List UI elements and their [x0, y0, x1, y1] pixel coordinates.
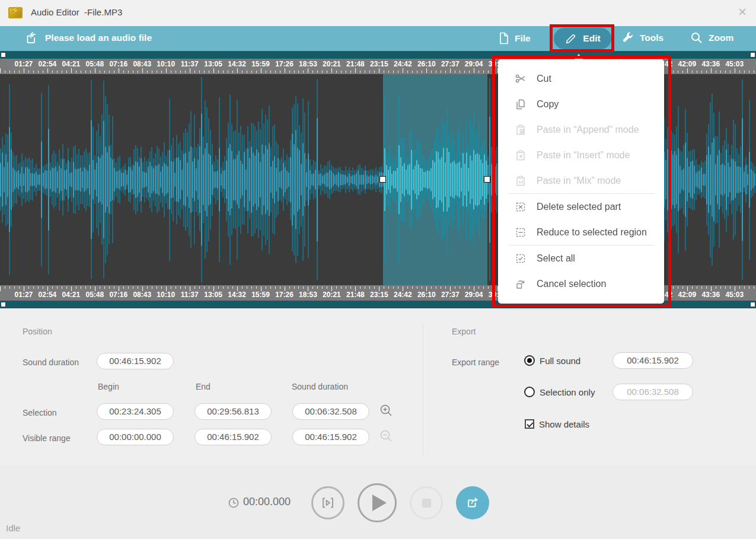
time-label: 23:15: [370, 291, 388, 299]
play-selection-button[interactable]: [311, 486, 344, 519]
position-section-title: Position: [23, 327, 52, 336]
menu-item-label: Reduce to selected region: [537, 227, 647, 238]
time-label: 15:59: [251, 291, 270, 299]
time-label: 17:26: [275, 291, 294, 299]
time-label: 43:36: [701, 60, 720, 68]
visible-range-row-label: Visible range: [23, 433, 71, 443]
show-details-checkbox[interactable]: [525, 419, 534, 429]
close-icon[interactable]: ×: [734, 4, 751, 20]
time-label: 13:05: [204, 60, 222, 68]
time-label: 15:59: [251, 60, 270, 68]
time-label: 05:48: [85, 291, 104, 299]
range-handle-bottom-left[interactable]: [1, 302, 6, 307]
load-file-icon: [25, 31, 38, 44]
wrench-icon: [621, 31, 634, 44]
sound-duration-field[interactable]: 00:46:15.902: [97, 353, 174, 369]
menu-item-label: Delete selected part: [537, 202, 621, 212]
reduce-selection-icon: [515, 227, 527, 238]
time-label: 11:37: [181, 291, 199, 299]
menu-tools[interactable]: Tools: [621, 31, 664, 44]
full-sound-label: Full sound: [540, 356, 580, 366]
stop-button: [410, 486, 443, 519]
time-label: 21:48: [346, 60, 365, 68]
full-sound-radio[interactable]: [524, 355, 535, 366]
visible-begin-field[interactable]: 00:00:00.000: [97, 429, 174, 445]
menu-item-paste-insert: Paste in “Insert” mode: [498, 142, 664, 168]
selection-only-radio[interactable]: [524, 387, 535, 397]
menu-item-label: Paste in “Mix” mode: [537, 176, 621, 186]
time-label: 18:53: [299, 60, 317, 68]
selection-end-field[interactable]: 00:29:56.813: [194, 403, 272, 420]
menu-item-paste-mix: Paste in “Mix” mode: [498, 168, 664, 193]
menu-edit[interactable]: Edit: [554, 28, 611, 49]
time-label: 07:16: [109, 60, 127, 68]
zoom-in-selection-icon[interactable]: [379, 404, 393, 417]
menu-item-label: Paste in “Append” mode: [537, 125, 639, 135]
column-begin: Begin: [98, 382, 119, 391]
time-label: 45:03: [725, 291, 744, 299]
play-button[interactable]: [358, 483, 397, 522]
menu-item-cut[interactable]: Cut: [498, 66, 664, 91]
range-handle-bottom-right[interactable]: [750, 302, 755, 307]
cancel-selection-icon: [515, 278, 527, 290]
menu-item-reduce-to-selection[interactable]: Reduce to selected region: [498, 219, 664, 245]
menu-item-cancel-selection[interactable]: Cancel selection: [498, 271, 664, 296]
time-label: 27:37: [441, 60, 460, 68]
select-all-icon: [515, 253, 527, 264]
menu-item-select-all[interactable]: Select all: [498, 245, 664, 271]
time-label: 04:21: [62, 60, 81, 68]
visible-duration-field[interactable]: 00:46:15.902: [292, 429, 369, 445]
time-label: 17:26: [275, 60, 294, 68]
paste-mix-icon: [515, 175, 527, 187]
menu-zoom-label: Zoom: [709, 33, 733, 43]
visible-range-bar-top[interactable]: [0, 51, 756, 59]
app-logo-icon: ⚡: [8, 5, 24, 20]
visible-end-field[interactable]: 00:46:15.902: [194, 429, 272, 445]
magnifier-icon: [690, 31, 703, 44]
column-duration: Sound duration: [292, 382, 348, 391]
range-handle-top-left[interactable]: [1, 52, 6, 58]
pencil-icon: [564, 33, 577, 45]
time-label: 01:27: [15, 291, 33, 299]
time-label: 10:10: [157, 60, 175, 68]
selection-handle-right[interactable]: [484, 176, 490, 183]
time-label: 20:21: [323, 60, 341, 68]
time-label: 14:32: [228, 291, 246, 299]
selection-duration-field[interactable]: 00:06:32.508: [292, 403, 369, 420]
paste-append-icon: [515, 124, 527, 136]
full-sound-duration-field[interactable]: 00:46:15.902: [613, 352, 693, 369]
selection-only-duration-field[interactable]: 00:06:32.508: [613, 384, 693, 400]
menu-item-label: Cut: [537, 74, 551, 84]
window-title: Audio Editor -File.MP3: [31, 7, 122, 17]
selection-row-label: Selection: [23, 408, 57, 417]
menu-file[interactable]: File: [498, 31, 531, 45]
selection-begin-field[interactable]: 00:23:24.305: [97, 403, 174, 420]
range-handle-top-right[interactable]: [750, 52, 755, 58]
load-audio-button[interactable]: Please load an audio file: [25, 31, 152, 44]
time-label: 42:09: [678, 60, 696, 68]
menu-zoom[interactable]: Zoom: [690, 31, 733, 44]
time-label: 29:04: [465, 60, 483, 68]
time-label: 27:37: [441, 291, 460, 299]
column-end: End: [196, 382, 210, 391]
selection-handle-left[interactable]: [379, 176, 386, 183]
export-button[interactable]: [456, 486, 489, 519]
menu-item-label: Copy: [537, 99, 559, 110]
time-label: 21:48: [346, 291, 365, 299]
menu-edit-label: Edit: [583, 33, 600, 44]
time-label: 24:42: [394, 291, 412, 299]
copy-icon: [515, 98, 527, 110]
time-label: 02:54: [39, 60, 57, 68]
menu-item-copy[interactable]: Copy: [498, 91, 664, 117]
menu-item-delete-selected[interactable]: Delete selected part: [498, 194, 664, 219]
time-label: 08:43: [133, 60, 151, 68]
time-label: 20:21: [323, 291, 341, 299]
export-icon: [465, 495, 480, 511]
time-label: 14:32: [228, 60, 246, 68]
main-toolbar: Please load an audio file File Tools: [0, 26, 756, 51]
time-label: 24:42: [394, 60, 412, 68]
stop-icon: [422, 499, 431, 508]
menu-item-paste-append: Paste in “Append” mode: [498, 117, 664, 142]
export-section-title: Export: [452, 327, 476, 336]
menu-pointer: [574, 54, 583, 60]
